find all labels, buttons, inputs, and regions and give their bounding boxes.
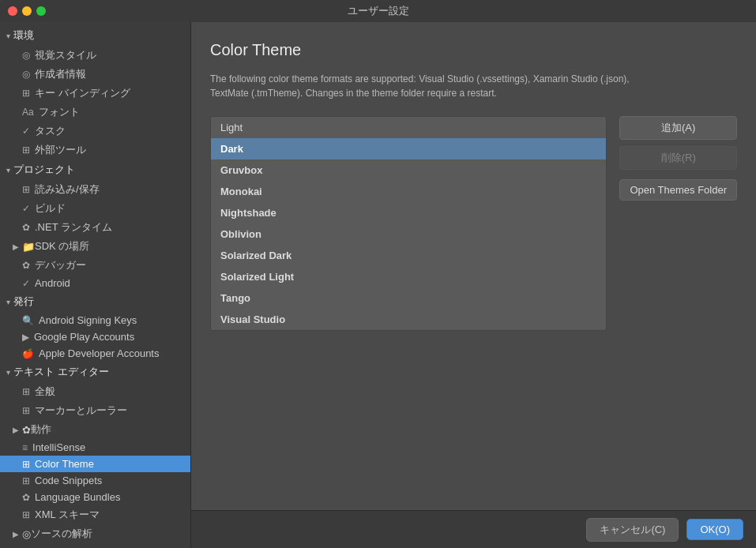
sidebar-section-project-label: プロジェクト [13,163,75,177]
sidebar-item-google-play[interactable]: ▶ Google Play Accounts [0,328,190,345]
sidebar-item-tasks[interactable]: ✓ タスク [0,122,190,141]
sidebar-item-marker-ruler[interactable]: ⊞ マーカーとルーラー [0,401,190,420]
project-arrow: ▾ [6,166,10,175]
text-editor-arrow: ▾ [6,368,10,377]
sidebar-subsection-source-analysis-label: ソースの解析 [31,527,92,541]
theme-item-tango[interactable]: Tango [211,287,606,309]
author-info-icon: ◎ [22,69,30,80]
tasks-icon: ✓ [22,126,30,137]
sidebar-item-google-play-label: Google Play Accounts [34,331,134,343]
sidebar-section-publish-label: 発行 [13,295,34,309]
visual-style-icon: ◎ [22,50,30,61]
sidebar-item-apple-dev[interactable]: 🍎 Apple Developer Accounts [0,345,190,362]
sidebar-item-author-info-label: 作成者情報 [35,67,86,81]
sidebar-item-general[interactable]: ⊞ 全般 [0,382,190,401]
sidebar-item-general-label: 全般 [35,385,55,399]
sidebar-item-debugger-label: デバッガー [35,258,86,272]
sidebar-item-intellisense-label: IntelliSense [32,441,85,453]
sidebar-subsection-source-analysis[interactable]: ▶ ◎ ソースの解析 [0,524,190,543]
code-snippets-icon: ⊞ [22,475,30,486]
sidebar-item-android-signing[interactable]: 🔍 Android Signing Keys [0,312,190,328]
theme-area: Light Dark Gruvbox Monokai Nightshade Ob… [210,116,737,331]
sidebar-item-marker-ruler-label: マーカーとルーラー [35,403,127,418]
add-theme-button[interactable]: 追加(A) [619,116,737,140]
sidebar-item-xml-schema-label: XML スキーマ [35,508,100,522]
open-themes-folder-button[interactable]: Open Themes Folder [619,179,737,201]
sidebar-item-external-tools[interactable]: ⊞ 外部ツール [0,141,190,160]
window: ユーザー設定 ▾ 環境 ◎ 視覚スタイル ◎ 作成者情報 ⊞ キー バインディン… [0,0,756,548]
sidebar-item-debugger[interactable]: ✿ デバッガー [0,256,190,275]
theme-item-solarized-light[interactable]: Solarized Light [211,266,606,287]
env-arrow: ▾ [6,32,10,40]
sidebar-item-font[interactable]: Aa フォント [0,103,190,122]
theme-item-gruvbox[interactable]: Gruvbox [211,160,606,181]
main-content: Color Theme The following color theme fo… [191,22,756,510]
minimize-button[interactable] [22,6,32,16]
sidebar-section-source-code[interactable]: ▾ ソース コード [0,543,190,548]
sidebar-item-dotnet-runtime-label: .NET ランタイム [35,220,112,235]
sidebar-item-language-bundles-label: Language Bundles [35,491,120,503]
sidebar-item-intellisense[interactable]: ≡ IntelliSense [0,439,190,456]
language-bundles-icon: ✿ [22,492,30,503]
theme-item-nightshade[interactable]: Nightshade [211,202,606,223]
sidebar-item-android-label: Android [35,277,70,289]
remove-theme-button[interactable]: 削除(R) [619,146,737,170]
keybinding-icon: ⊞ [22,88,30,99]
theme-item-oblivion[interactable]: Oblivion [211,223,606,245]
sidebar-subsection-sdk[interactable]: ▶ 📁 SDK の場所 [0,237,190,256]
sidebar-section-publish[interactable]: ▾ 発行 [0,291,190,312]
general-icon: ⊞ [22,386,30,397]
sidebar-item-visual-style[interactable]: ◎ 視覚スタイル [0,46,190,65]
sidebar-item-android-signing-label: Android Signing Keys [39,314,137,326]
sidebar-item-color-theme-label: Color Theme [35,458,94,470]
sidebar-section-text-editor[interactable]: ▾ テキスト エディター [0,362,190,382]
apple-dev-icon: 🍎 [22,348,34,359]
theme-item-dark[interactable]: Dark [211,138,606,160]
sidebar-section-env[interactable]: ▾ 環境 [0,25,190,46]
cancel-button[interactable]: キャンセル(C) [586,518,679,542]
font-icon: Aa [22,107,34,118]
sidebar-subsection-actions-label: 動作 [31,422,51,437]
sidebar-item-dotnet-runtime[interactable]: ✿ .NET ランタイム [0,218,190,237]
sidebar-item-color-theme[interactable]: ⊞ Color Theme [0,456,190,472]
footer: キャンセル(C) OK(O) [191,510,756,548]
sidebar-item-visual-style-label: 視覚スタイル [35,48,96,62]
android-signing-icon: 🔍 [22,315,34,326]
android-icon: ✓ [22,278,30,289]
sidebar-item-android[interactable]: ✓ Android [0,275,190,291]
sidebar-item-author-info[interactable]: ◎ 作成者情報 [0,65,190,84]
page-title: Color Theme [210,41,737,59]
titlebar: ユーザー設定 [0,0,756,22]
google-play-icon: ▶ [22,332,29,343]
theme-item-solarized-dark[interactable]: Solarized Dark [211,245,606,266]
theme-item-visual-studio[interactable]: Visual Studio [211,309,606,330]
ok-button[interactable]: OK(O) [686,519,743,540]
theme-item-monokai[interactable]: Monokai [211,181,606,202]
sidebar-item-language-bundles[interactable]: ✿ Language Bundles [0,489,190,505]
theme-item-light[interactable]: Light [211,117,606,138]
main-panel: Color Theme The following color theme fo… [191,22,756,548]
source-analysis-icon: ◎ [22,528,31,540]
theme-buttons: 追加(A) 削除(R) Open Themes Folder [619,116,737,331]
sidebar-item-external-tools-label: 外部ツール [35,143,86,157]
sdk-arrow: ▶ [13,242,19,251]
sidebar-section-project[interactable]: ▾ プロジェクト [0,160,190,180]
sidebar-item-keybinding[interactable]: ⊞ キー バインディング [0,84,190,103]
sidebar-item-code-snippets[interactable]: ⊞ Code Snippets [0,472,190,489]
sidebar-item-build-label: ビルド [35,201,66,216]
sidebar-item-tasks-label: タスク [35,124,66,138]
sidebar-item-code-snippets-label: Code Snippets [35,475,102,486]
sidebar-item-build[interactable]: ✓ ビルド [0,199,190,218]
maximize-button[interactable] [36,6,46,16]
marker-ruler-icon: ⊞ [22,405,30,416]
debugger-icon: ✿ [22,260,30,271]
sidebar-subsection-actions[interactable]: ▶ ✿ 動作 [0,420,190,439]
sidebar-item-read-save[interactable]: ⊞ 読み込み/保存 [0,180,190,199]
content-area: ▾ 環境 ◎ 視覚スタイル ◎ 作成者情報 ⊞ キー バインディング Aa フォ… [0,22,756,548]
description: The following color theme formats are su… [210,72,668,100]
actions-arrow: ▶ [13,426,19,434]
close-button[interactable] [8,6,17,16]
sidebar-item-apple-dev-label: Apple Developer Accounts [39,347,159,359]
sidebar-item-xml-schema[interactable]: ⊞ XML スキーマ [0,505,190,524]
sidebar-subsection-sdk-label: SDK の場所 [35,239,89,253]
